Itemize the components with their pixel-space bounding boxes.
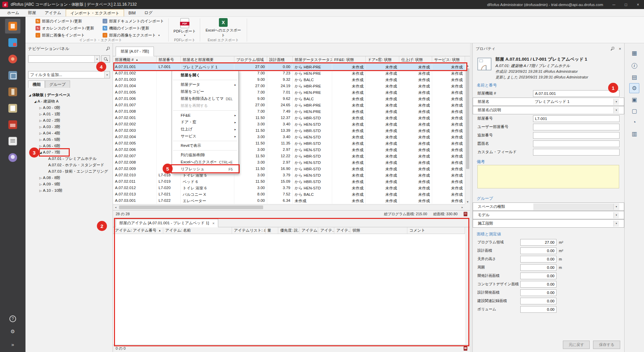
tab-groups[interactable]: グループ xyxy=(45,80,70,88)
column-header-priority[interactable]: 優先度: 説... xyxy=(278,227,300,234)
import-rooms-button[interactable]: ↻部屋のインポート/更新 xyxy=(34,18,96,24)
column-header-room-function[interactable]: 部屋機能 #▲ xyxy=(113,56,157,63)
minimize-button[interactable]: ─ xyxy=(608,0,620,9)
export-room-images-button[interactable]: ↑部屋の画像をエクスポート▾ xyxy=(101,32,166,39)
report-icon[interactable] xyxy=(464,212,467,216)
module-users[interactable] xyxy=(5,150,20,165)
table-row[interactable]: A.07.02.012 L7-020 トイレ 浴室 6 3.00 3.79 から… xyxy=(113,185,465,191)
module-reports[interactable] xyxy=(5,101,20,116)
document-icon[interactable]: ▢ xyxy=(629,106,639,116)
field-input[interactable] xyxy=(533,149,620,156)
table-row[interactable]: A.07.02.005 11.50 11.35 から HBR-STD 未作成 未… xyxy=(113,140,465,146)
maximize-button[interactable]: □ xyxy=(620,0,632,9)
column-header-comment[interactable]: コメント xyxy=(407,227,465,234)
column-header-quantity[interactable]: 量 xyxy=(266,227,278,234)
tree-item[interactable]: A.07.02 - ホテル・スタンダード xyxy=(25,162,113,168)
field-input[interactable] xyxy=(520,273,557,279)
column-header-item-list-name[interactable]: アイテムリスト: 名前 xyxy=(232,227,266,234)
context-menu-item[interactable] xyxy=(172,109,238,112)
grid-icon[interactable]: ▦ xyxy=(629,48,639,58)
context-menu-item[interactable] xyxy=(172,79,238,81)
expander-icon[interactable] xyxy=(38,183,43,186)
tree-item[interactable]: A.10 - 10階 xyxy=(25,187,113,194)
expander-icon[interactable] xyxy=(38,106,43,110)
chevron-down-icon[interactable]: ▾ xyxy=(613,107,619,113)
table-row[interactable]: A.07.03.001 L7-022 エレベーター 0.00 6.34 未作成 … xyxy=(113,197,465,204)
chevron-down-icon[interactable]: ▾ xyxy=(613,99,619,105)
column-header-item-extra-3[interactable]: アイテ... xyxy=(334,227,350,234)
context-menu-item[interactable]: 部屋データ xyxy=(172,81,238,88)
table-row[interactable]: A.07.01.001 L7-001 プレミアムベッド 1 27.00 0.00… xyxy=(113,64,465,70)
chevron-down-icon[interactable]: ▾ xyxy=(613,212,619,218)
tab-items[interactable]: アイテム xyxy=(41,9,66,16)
expander-icon[interactable] xyxy=(38,119,43,122)
table-row[interactable]: A.07.02.001 11.50 12.37 から HBR-STD 未作成 未… xyxy=(113,115,465,121)
context-menu-item[interactable]: 部屋を再開する xyxy=(172,102,238,109)
import-occurrences-button[interactable]: ↻オカレンスのインポート/更新 xyxy=(34,25,96,32)
tree-item[interactable]: 体験版 | データベース xyxy=(25,92,113,98)
context-menu-item[interactable]: リフレッシュ F5 xyxy=(172,166,238,173)
tab-bim[interactable]: BIM xyxy=(124,9,140,16)
module-documents[interactable] xyxy=(5,134,20,149)
room-list-tab[interactable]: 部屋 [A.07 - 7階] xyxy=(116,47,154,56)
close-icon[interactable]: × xyxy=(212,221,214,225)
scrollbar-thumb[interactable] xyxy=(466,68,469,169)
pin-icon[interactable] xyxy=(106,47,110,51)
field-input[interactable] xyxy=(520,256,557,262)
image-icon[interactable]: ▣ xyxy=(629,95,639,105)
field-input[interactable] xyxy=(533,107,619,114)
scroll-right-icon[interactable]: ▸ xyxy=(460,205,465,210)
context-menu-item[interactable] xyxy=(172,149,238,152)
notes-textarea[interactable] xyxy=(477,165,619,188)
tab-rooms[interactable]: 部屋 xyxy=(24,9,41,16)
table-row[interactable]: A.07.01.007 27.00 24.65 から HBR-PRE 未作成 未… xyxy=(113,102,465,108)
chevron-down-icon[interactable]: ▾ xyxy=(613,204,619,210)
context-menu-item[interactable]: サービス xyxy=(172,133,238,140)
context-menu-item[interactable]: 部屋をコピー xyxy=(172,88,238,95)
context-menu-item[interactable]: Excelへのエクスポート CTRL+E xyxy=(172,159,238,166)
column-header-room-data-status[interactable]: 部屋データステータス xyxy=(293,56,332,63)
scroll-up-icon[interactable]: ▲ xyxy=(465,64,470,68)
module-rooms[interactable] xyxy=(5,19,20,34)
field-input[interactable] xyxy=(520,306,557,313)
table-row[interactable]: A.07.01.002 7.00 7.23 から HEN-PRE 未作成 未作成… xyxy=(113,70,465,76)
tree-item[interactable]: A.03 - 3階 xyxy=(25,124,113,130)
context-menu-item[interactable]: ドア・窓 xyxy=(172,119,238,126)
history-icon[interactable]: ◔ xyxy=(629,117,639,127)
expander-icon[interactable] xyxy=(38,176,43,180)
column-header-ffe-status[interactable]: FF&E: 状態 xyxy=(332,56,366,63)
module-doors[interactable] xyxy=(5,84,20,99)
tree-item[interactable]: A.09 - 9階 xyxy=(25,181,113,187)
field-input[interactable] xyxy=(520,298,557,304)
column-header-item-extra-1[interactable]: アイテム... xyxy=(299,227,318,234)
chevron-down-icon[interactable]: ▾ xyxy=(94,56,100,62)
import-functions-button[interactable]: ↻機能のインポート/更新 xyxy=(101,25,166,32)
table-row[interactable]: A.07.02.007 11.50 12.22 から HBR-STD 未作成 未… xyxy=(113,153,465,159)
field-input[interactable] xyxy=(533,220,619,227)
close-icon[interactable]: × xyxy=(619,46,621,51)
scroll-left-icon[interactable]: ◂ xyxy=(113,205,118,210)
tree-item[interactable]: A.06 - 6階 xyxy=(25,143,113,149)
field-input[interactable] xyxy=(533,124,620,130)
table-row[interactable]: A.07.01.008 7.00 7.49 から HEN-PRE 未作成 未作成… xyxy=(113,108,465,115)
context-menu-item[interactable]: 列の追加/削除 xyxy=(172,152,238,159)
tree-item[interactable]: A.05 - 5階 xyxy=(25,136,113,143)
table-row[interactable]: A.07.01.006 9.00 9.62 から BALC 未作成 未作成 未作… xyxy=(113,96,465,102)
scrollbar-thumb[interactable] xyxy=(119,206,263,209)
table-row[interactable]: A.07.02.002 3.00 3.40 から HEN-STD 未作成 未作成… xyxy=(113,121,465,127)
expand-strip-button[interactable]: » xyxy=(8,339,18,349)
chevron-down-icon[interactable]: ▾ xyxy=(613,221,619,227)
expander-icon[interactable] xyxy=(33,100,38,103)
tab-log[interactable]: ログ xyxy=(140,9,157,16)
column-header-door-window-status[interactable]: ドア+窓: 状態 xyxy=(366,56,399,63)
expander-icon[interactable] xyxy=(27,94,32,97)
column-header-item-number[interactable]: アイテム: アイテム番号▲ xyxy=(113,227,163,234)
column-header-status[interactable]: 状態 xyxy=(350,227,407,234)
horizontal-scrollbar[interactable]: ◂ ▸ xyxy=(113,204,465,210)
pdf-report-button[interactable]: PDF PDFレポート ▾ xyxy=(172,18,197,37)
context-menu-item[interactable]: FF&E xyxy=(172,112,238,119)
layers-icon[interactable]: ▤ xyxy=(629,72,639,82)
field-input[interactable] xyxy=(533,212,619,219)
room-items-tab[interactable]: 部屋のアイテム [A.07.01.001 - プレミアムベッド 1] × xyxy=(116,219,218,227)
column-header-finish-status[interactable]: 仕上げ: 状態 xyxy=(399,56,432,63)
